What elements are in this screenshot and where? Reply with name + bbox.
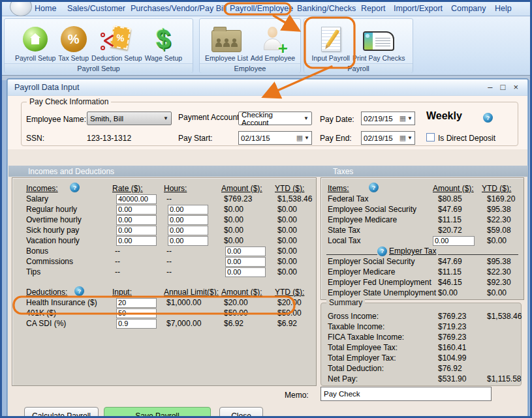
employee-name-select[interactable]: Smith, Bill ▼ — [87, 112, 172, 125]
row-label: Local Tax — [328, 236, 433, 245]
value-input[interactable] — [116, 298, 157, 308]
column-header: Amount ($): — [433, 184, 482, 193]
value-text: $46.15 — [438, 278, 482, 287]
row-label: Sick hourly pay — [26, 226, 112, 235]
ribbon-group-employee: Employee List + Add Employee Employee — [199, 18, 301, 73]
print-pay-checks-icon — [363, 31, 394, 51]
value-text: -- — [166, 257, 221, 266]
table-row: Employer Social Security$47.69$95.38 — [321, 256, 524, 267]
calendar-icon: ▦ — [399, 134, 406, 142]
direct-deposit-checkbox[interactable] — [426, 133, 435, 142]
row-label: Health Insurance ($) — [26, 298, 112, 307]
add-employee-button[interactable]: + Add Employee — [250, 20, 296, 63]
input-payroll-button[interactable]: Input Payroll — [311, 20, 351, 63]
value-input[interactable] — [168, 236, 208, 246]
value-input[interactable] — [225, 257, 266, 267]
memo-label: Memo: — [285, 391, 309, 400]
close-button[interactable]: Close — [219, 407, 263, 418]
menu-sales-customer[interactable]: Sales/Customer — [67, 4, 125, 13]
value-input[interactable] — [116, 308, 157, 318]
value-text: $0.00 — [224, 226, 275, 235]
table-row: Gross Income:$769.23$1,538.46 — [321, 311, 521, 321]
value-input[interactable] — [433, 236, 475, 246]
taxes-band-label: Taxes — [333, 167, 353, 176]
value-input[interactable] — [225, 267, 266, 277]
minimize-button[interactable]: – — [488, 83, 492, 92]
help-icon[interactable]: ? — [483, 113, 493, 123]
value-input[interactable] — [116, 215, 157, 225]
close-icon[interactable]: × — [513, 83, 518, 92]
value-input[interactable] — [168, 226, 208, 235]
paycheck-information-group: Pay Check Information Employee Name: Smi… — [21, 102, 518, 146]
value-text: $20.72 — [438, 226, 482, 235]
table-row: Bonus----$0.00 — [12, 246, 316, 256]
memo-input[interactable] — [321, 387, 492, 401]
value-text: $7,000.00 — [166, 319, 221, 328]
wage-setup-button[interactable]: $ Wage Setup — [144, 20, 183, 63]
row-label: Total Employee Tax: — [328, 343, 433, 352]
value-text: $47.69 — [438, 257, 482, 266]
value-text: $0.00 — [224, 205, 275, 214]
menu-company[interactable]: Company — [451, 4, 486, 13]
employee-list-button[interactable]: Employee List — [204, 20, 249, 63]
payroll-setup-button[interactable]: Payroll Setup — [14, 20, 56, 63]
value-input[interactable] — [116, 226, 157, 235]
deduction-setup-button[interactable]: % Deduction Setup — [91, 20, 143, 63]
ssn-label: SSN: — [26, 134, 44, 143]
value-text: $76.92 — [438, 364, 482, 373]
help-icon[interactable]: ? — [70, 183, 80, 192]
menu-payroll-employee[interactable]: Payroll/Employee — [230, 4, 293, 13]
menu-help[interactable]: Help — [495, 4, 512, 13]
button-label: Input Payroll — [312, 54, 350, 63]
value-input[interactable] — [116, 319, 157, 329]
value-text: $531.90 — [438, 374, 482, 383]
deduction-setup-icon: % — [102, 25, 132, 53]
ribbon-group-payroll: Input Payroll Print Pay Checks Payroll — [304, 18, 413, 73]
row-label: Employer Fed Unemployment — [328, 278, 433, 287]
value-input[interactable] — [116, 236, 157, 246]
menu-home[interactable]: Home — [35, 4, 56, 13]
menu-purchases-vendor[interactable]: Purchases/Vendor/Pay Bill — [131, 4, 227, 13]
value-text: $0.00 — [224, 215, 275, 224]
menu-report[interactable]: Report — [361, 4, 386, 13]
row-label: Regular hourly — [26, 205, 112, 214]
value-input[interactable] — [116, 194, 157, 204]
payment-account-select[interactable]: Checking Account ▼ — [238, 112, 312, 125]
value-input[interactable] — [168, 215, 208, 225]
app-orb-button[interactable] — [10, 0, 32, 16]
table-row: Sick hourly pay$0.00$0.00 — [12, 225, 316, 235]
value-text: -- — [166, 246, 221, 256]
row-label: FICA Taxable Income: — [328, 333, 433, 342]
employee-list-icon — [211, 30, 242, 52]
value-input[interactable] — [225, 246, 266, 256]
value-text: $169.20 — [487, 194, 524, 203]
menu-banking-checks[interactable]: Banking/Checks — [297, 4, 356, 13]
value-text: $769.23 — [438, 312, 482, 321]
table-row: Vacation hourly$0.00$0.00 — [12, 235, 316, 246]
maximize-button[interactable]: □ — [501, 83, 506, 92]
value-input[interactable] — [116, 205, 157, 215]
table-row: 401K ($)--$50.00$50.00 — [12, 308, 316, 318]
value-text: -- — [166, 267, 221, 276]
help-icon[interactable]: ? — [74, 286, 84, 296]
menu-import-export[interactable]: Import/Export — [394, 4, 443, 13]
print-pay-checks-button[interactable]: Print Pay Checks — [352, 20, 406, 63]
pay-date-picker[interactable]: 02/19/15 ▦ ▼ — [361, 112, 415, 125]
tax-setup-button[interactable]: % Tax Setup — [57, 20, 89, 63]
pay-start-picker[interactable]: 02/13/15 ▦ ▼ — [238, 131, 312, 145]
calculate-payroll-button[interactable]: Calculate Payroll — [24, 407, 99, 418]
value-text: $50.00 — [224, 308, 275, 318]
row-label: 401K ($) — [26, 308, 112, 318]
table-row: Net Pay:$531.90$1,115.58 — [321, 374, 521, 384]
row-label: Gross Income: — [328, 312, 433, 321]
add-employee-icon: + — [260, 25, 286, 53]
value-input[interactable] — [168, 205, 208, 215]
help-icon[interactable]: ? — [377, 246, 387, 256]
save-payroll-button[interactable]: Save Payroll — [104, 407, 211, 418]
dialog-titlebar[interactable]: Payroll Data Input – □ × — [8, 80, 527, 96]
pay-end-picker[interactable]: 02/19/15 ▦ ▼ — [361, 131, 415, 145]
incomes-table: Incomes:Rate ($):Hours:Amount ($):YTD ($… — [12, 183, 316, 277]
help-icon[interactable]: ? — [369, 183, 379, 192]
value-text: $50.00 — [277, 308, 316, 318]
row-label: Bonus — [26, 246, 112, 256]
